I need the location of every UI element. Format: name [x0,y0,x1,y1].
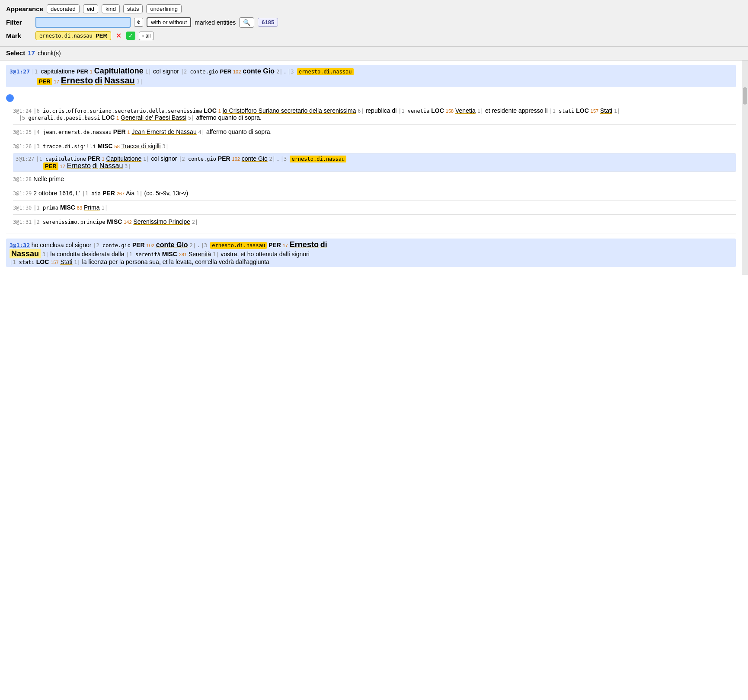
mark-all-button[interactable]: ◦ all [139,32,154,40]
mark-entity-id: ernesto.di.nassau [39,33,93,39]
entity-27-per3-mark: PER [43,162,58,170]
entity-value-1: Capitulatione [94,67,144,75]
entity-30-val: Prima [84,204,100,211]
chunk-row-31: 3@1:31 |2 serenissimo.principe MISC 142 … [13,215,736,229]
tag-underlining[interactable]: underlining [146,4,182,13]
entity-32-nassau-mark: ernesto.di.nassau [210,242,267,249]
cent-button[interactable]: ¢ [134,18,143,27]
chunk-text-32c: la condotta desiderata dalla [50,251,126,258]
chunk-ref-24d: 1| [477,108,483,114]
entity-value-2: conte Gio [243,67,275,75]
chunk-row-29: 3@1:29 2 ottobre 1616, L' |1 aia PER 267… [13,186,736,200]
tag-eid[interactable]: eid [83,4,98,13]
scrollbar-thumb[interactable] [743,87,747,105]
chunk-ref-32a: |2 [93,242,102,248]
appearance-label: Appearance [6,5,43,13]
scrollbar[interactable] [742,60,748,275]
entity-32-per1: PER [132,242,145,248]
chunk-ref-25b: 4| [198,129,205,135]
chunk-ref-30b: 1| [101,205,107,211]
entity-30-num: 83 [77,205,82,210]
chunk-link-1[interactable]: 3@1:27 [10,68,30,75]
entity-27-num2: 102 [232,156,240,162]
entity-24-val: lo Cristofforo Suriano secretario della … [223,107,356,114]
entity-25-id: jean.ernerst.de.nassau [43,129,112,135]
entity-24-loc2: LOC [431,107,444,114]
entity-32-nassau-val: Nassau [10,249,41,258]
select-label: Select [6,49,25,57]
tag-stats[interactable]: stats [123,4,143,13]
entity-24-bassi: generali.de.paesi.bassi [29,115,100,121]
chunk-ref-32g: |1 [10,259,19,265]
chunk-ref-26b: 3| [163,143,169,150]
chunk-text-32a: ho conclusa col signor [32,242,93,248]
entity-32-num1: 102 [147,243,154,248]
entity-25-val: Jean Ernerst de Nassau [131,128,196,135]
chunk-ref-24b: 6| [358,108,364,114]
chunk-ref-1: |1 [32,69,41,75]
chunk-row-24: 3@1:24 |6 io.cristofforo.suriano.secreta… [13,104,736,125]
mark-delete-button[interactable]: ✕ [115,32,123,40]
filter-input[interactable] [35,17,131,28]
chunk-ref-26a: |3 [33,143,43,150]
entity-value-ernesto: Ernesto [61,76,93,85]
chunk-row-highlighted-1: 3@1:27 |1 capitulatione PER 1 Capitulati… [6,65,736,87]
entity-27-contegio: conte.gio [188,156,216,162]
main-content: 3@1:27 |1 capitulatione PER 1 Capitulati… [0,60,742,275]
entity-27-val: Capitulatione [106,155,141,162]
entity-32-num2: 17 [283,243,288,248]
entity-value-di: di [95,76,102,85]
entity-24-venetia-val: Venetia [455,107,476,114]
with-or-without-button[interactable]: with or without [147,17,191,27]
chunk-ref-3: |3 [288,69,297,75]
entity-27-type: PER [88,155,100,162]
chunk-ref-24e: |1 [550,108,559,114]
entity-24-type: LOC [204,107,217,114]
chunk-ref-27d: 2| [269,156,275,162]
mark-entity-type: PER [96,32,107,39]
entity-32-contegio-val: conte Gio [156,241,188,248]
select-suffix: chunk(s) [38,50,61,57]
mark-confirm-button[interactable]: ✓ [126,32,135,40]
chunk-text-24d: affermo quanto di sopra. [196,114,262,121]
chunk-ref-25a: |4 [33,129,43,135]
tag-decorated[interactable]: decorated [47,4,80,13]
entity-num-1: 1 [90,69,93,74]
entity-type-per-2: PER [220,68,231,75]
entity-26-id: tracce.di.sigilli [43,143,96,150]
entity-29-val: Aia [126,190,134,197]
entity-id-2: conte.gio [190,69,218,75]
entity-29-type: PER [102,190,115,197]
entity-24-venetia: venetia [408,108,430,114]
entity-29-num: 267 [117,191,125,196]
chunk-ref-32c: |3 [201,242,211,248]
chunk-text-32b: . [198,242,201,248]
entity-32-loc1: LOC [36,258,49,265]
entity-24-bassi-val: Generali de' Paesi Bassi [121,114,186,121]
entity-27-ernesto: Ernesto [67,162,91,169]
entity-id-3: ernesto.di.nassau [297,68,354,75]
chunk-ref-32e: |1 [126,251,135,258]
entity-27-per2: PER [218,155,230,162]
chunk-ref-27: 3@1:27 [16,156,34,162]
filter-label: Filter [6,19,32,26]
chunk-link-32[interactable]: 3@1:32 [10,242,30,248]
chunk-ref-27b: 1| [143,156,149,162]
entity-32-per2: PER [269,242,281,248]
search-button[interactable]: 🔍 [239,17,254,28]
entity-32-num4: 157 [51,260,58,265]
chunk-ref-32h: 1| [74,259,80,265]
entity-32-di: di [320,240,327,249]
entity-32-stati: stati [19,259,35,265]
entity-32-num3: 281 [179,252,187,257]
entity-27-num: 1 [102,156,104,162]
chunk-text-32d: vostra, et ho ottenuta dalli signori [221,251,309,258]
entity-32-stati-val: Stati [60,258,72,265]
entity-31-id: serenissimo.principe [43,219,105,225]
chunk-ref-24: 3@1:24 [13,108,32,114]
chunk-ref-31: 3@1:31 [13,219,32,225]
entity-32-serenita-val: Serenità [189,251,211,258]
tag-kind[interactable]: kind [102,4,120,13]
entity-24-loc3: LOC [576,107,589,114]
entity-31-num: 142 [124,220,131,225]
